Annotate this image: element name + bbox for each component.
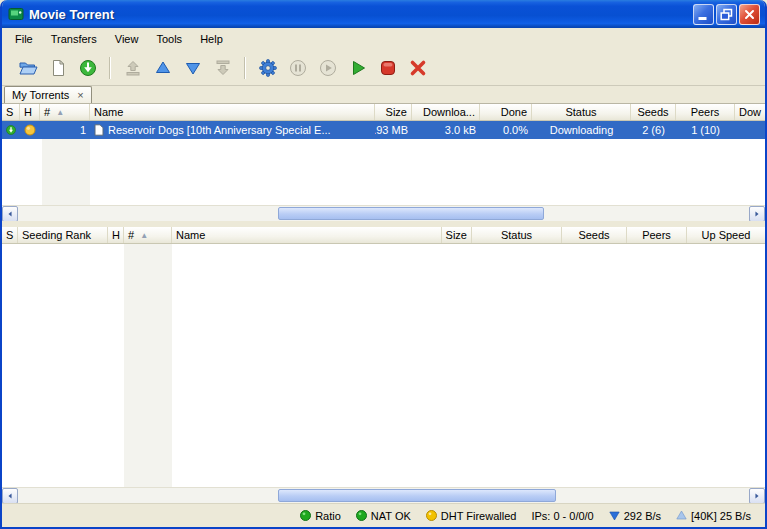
statusbar-label: IPs: 0 - 0/0/0 (531, 510, 593, 522)
new-torrent-button[interactable] (44, 54, 71, 81)
scroll-left-button[interactable] (2, 206, 18, 222)
col-header-seeds[interactable]: Seeds (631, 104, 676, 120)
move-up-button[interactable] (149, 54, 176, 81)
move-down-button[interactable] (179, 54, 206, 81)
sorted-column-highlight (42, 139, 90, 205)
col-header-label: S (6, 106, 13, 118)
scroll-right-button[interactable] (749, 206, 765, 222)
seeding-header: S Seeding Rank H #▲ Name Size Status See… (2, 227, 765, 244)
maximize-button[interactable] (716, 4, 737, 25)
downloads-hscrollbar (2, 205, 765, 221)
scroll-thumb[interactable] (278, 207, 544, 220)
new-document-icon (48, 58, 68, 78)
seed-torrent-button[interactable] (119, 54, 146, 81)
statusbar-label: 292 B/s (624, 510, 661, 522)
col-header-down-speed[interactable]: Dow (735, 104, 765, 120)
resume-button[interactable] (314, 54, 341, 81)
statusbar-label: [40K] 25 B/s (691, 510, 751, 522)
stop-button[interactable] (374, 54, 401, 81)
titlebar[interactable]: Movie Torrent (2, 0, 765, 28)
col2-header-s[interactable]: S (2, 227, 18, 243)
col2-header-up-speed[interactable]: Up Speed (687, 227, 765, 243)
menu-view[interactable]: View (106, 30, 148, 48)
col-header-label: # (128, 229, 134, 241)
col-header-peers[interactable]: Peers (676, 104, 735, 120)
menu-help[interactable]: Help (191, 30, 232, 48)
torrent-peers-cell: 1 (10) (676, 121, 735, 139)
statusbar-nat: NAT OK (356, 510, 411, 522)
menubar: File Transfers View Tools Help (2, 28, 765, 50)
scroll-track[interactable] (18, 206, 749, 221)
col2-header-seeding-rank[interactable]: Seeding Rank (18, 227, 108, 243)
col-header-status[interactable]: Status (532, 104, 631, 120)
queue-down-icon (213, 58, 233, 78)
downloads-list-body (2, 139, 765, 205)
menu-file[interactable]: File (6, 30, 42, 48)
col-header-label: Name (94, 106, 123, 118)
close-icon (741, 6, 758, 23)
statusbar-down-speed: 292 B/s (609, 510, 661, 522)
queue-bottom-button[interactable] (209, 54, 236, 81)
torrent-name-cell: Reservoir Dogs [10th Anniversary Special… (90, 121, 375, 139)
scroll-thumb[interactable] (278, 489, 556, 502)
window-title: Movie Torrent (29, 7, 688, 22)
torrent-status-cell (2, 121, 20, 139)
open-torrent-button[interactable] (14, 54, 41, 81)
col2-header-seeds[interactable]: Seeds (562, 227, 627, 243)
col2-header-size[interactable]: Size (442, 227, 472, 243)
col2-header-name[interactable]: Name (172, 227, 442, 243)
gear-icon (258, 58, 278, 78)
remove-button[interactable] (404, 54, 431, 81)
arrow-up-icon (153, 58, 173, 78)
col2-header-peers[interactable]: Peers (627, 227, 687, 243)
menu-transfers[interactable]: Transfers (42, 30, 106, 48)
tabbar: My Torrents × (2, 86, 765, 104)
preferences-button[interactable] (254, 54, 281, 81)
pause-button[interactable] (284, 54, 311, 81)
col-header-done[interactable]: Done (480, 104, 532, 120)
col-header-label: Dow (739, 106, 761, 118)
down-arrow-icon (609, 510, 620, 521)
col-header-label: Up Speed (702, 229, 751, 241)
yellow-dot-icon (426, 510, 437, 521)
close-button[interactable] (739, 4, 760, 25)
col-header-label: S (6, 229, 13, 241)
col-header-number[interactable]: #▲ (40, 104, 90, 120)
torrent-down-speed-cell (735, 121, 765, 139)
col-header-s[interactable]: S (2, 104, 20, 120)
open-url-button[interactable] (74, 54, 101, 81)
start-button[interactable] (344, 54, 371, 81)
col-header-downloaded[interactable]: Downloa... (412, 104, 480, 120)
window-controls (693, 4, 760, 25)
col-header-label: Peers (691, 106, 720, 118)
sorted-column-highlight (124, 244, 172, 487)
col-header-label: Name (176, 229, 205, 241)
menu-tools[interactable]: Tools (147, 30, 191, 48)
resume-circle-icon (318, 58, 338, 78)
col-header-label: Downloa... (423, 106, 475, 118)
col-header-name[interactable]: Name (90, 104, 375, 120)
col2-header-number[interactable]: #▲ (124, 227, 172, 243)
torrent-row[interactable]: 1 Reservoir Dogs [10th Anniversary Speci… (2, 121, 765, 139)
sort-ascending-icon: ▲ (56, 108, 64, 117)
scroll-left-button[interactable] (2, 488, 18, 504)
globe-download-icon (78, 58, 98, 78)
scroll-right-arrow-icon (752, 209, 762, 219)
col2-header-health[interactable]: H (108, 227, 124, 243)
statusbar-label: DHT Firewalled (441, 510, 517, 522)
col2-header-status[interactable]: Status (472, 227, 562, 243)
col-header-label: Status (565, 106, 596, 118)
health-ball-icon (24, 124, 36, 136)
scroll-right-arrow-icon (752, 491, 762, 501)
scroll-left-arrow-icon (5, 491, 15, 501)
minimize-button[interactable] (693, 4, 714, 25)
tab-my-torrents[interactable]: My Torrents × (4, 86, 92, 103)
tab-close-icon[interactable]: × (77, 90, 83, 101)
up-arrow-icon (676, 510, 687, 521)
col-header-health[interactable]: H (20, 104, 40, 120)
col-header-label: Peers (642, 229, 671, 241)
downloads-pane: S H #▲ Name Size Downloa... Done Status … (2, 104, 765, 221)
scroll-track[interactable] (18, 488, 749, 503)
col-header-size[interactable]: Size (375, 104, 412, 120)
scroll-right-button[interactable] (749, 488, 765, 504)
